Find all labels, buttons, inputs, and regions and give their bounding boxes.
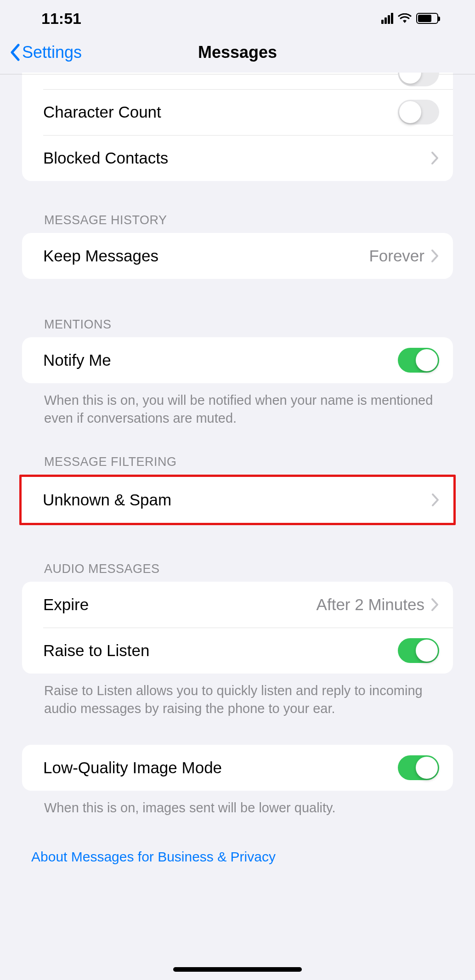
settings-group-history: Keep Messages Forever	[22, 233, 453, 279]
back-button[interactable]: Settings	[9, 43, 82, 62]
row-notify-me[interactable]: Notify Me	[22, 337, 453, 383]
chevron-left-icon	[9, 44, 21, 61]
row-label: Unknown & Spam	[43, 491, 431, 509]
chevron-right-icon	[431, 249, 439, 263]
status-icons	[381, 13, 461, 24]
nav-bar: Settings Messages	[0, 37, 475, 74]
toggle-switch[interactable]	[398, 348, 439, 373]
row-unknown-spam[interactable]: Unknown & Spam	[22, 477, 453, 523]
about-messages-link[interactable]: About Messages for Business & Privacy	[22, 826, 453, 865]
section-footer-mentions: When this is on, you will be notified wh…	[22, 383, 453, 427]
section-footer-raise: Raise to Listen allows you to quickly li…	[22, 674, 453, 718]
row-label: Keep Messages	[43, 247, 369, 265]
row-raise-to-listen[interactable]: Raise to Listen	[22, 628, 453, 674]
home-indicator	[173, 967, 302, 972]
section-header-mentions: MENTIONS	[22, 317, 453, 337]
row-character-count[interactable]: Character Count	[22, 89, 453, 135]
chevron-right-icon	[431, 493, 440, 507]
row-keep-messages[interactable]: Keep Messages Forever	[22, 233, 453, 279]
toggle-switch[interactable]	[398, 73, 439, 86]
section-header-audio: AUDIO MESSAGES	[22, 562, 453, 582]
section-header-history: MESSAGE HISTORY	[22, 213, 453, 233]
row-blocked-contacts[interactable]: Blocked Contacts	[22, 135, 453, 181]
settings-group-top: Character Count Blocked Contacts	[22, 73, 453, 181]
cellular-icon	[381, 13, 393, 24]
toggle-switch[interactable]	[398, 100, 439, 125]
settings-group-lowquality: Low-Quality Image Mode	[22, 745, 453, 791]
toggle-switch[interactable]	[398, 755, 439, 780]
row-label: Low-Quality Image Mode	[43, 759, 398, 777]
chevron-right-icon	[431, 598, 439, 612]
highlight-box: Unknown & Spam	[19, 475, 456, 525]
row-label: Notify Me	[43, 351, 398, 369]
battery-icon	[416, 13, 438, 24]
toggle-switch[interactable]	[398, 638, 439, 663]
row-value: Forever	[369, 247, 424, 265]
row-value: After 2 Minutes	[317, 595, 424, 614]
row-label: Expire	[43, 595, 317, 614]
chevron-right-icon	[431, 151, 439, 165]
section-header-filtering: MESSAGE FILTERING	[22, 455, 453, 475]
wifi-icon	[398, 13, 412, 23]
status-bar: 11:51	[0, 0, 475, 37]
partial-row	[22, 73, 453, 89]
back-label: Settings	[22, 43, 82, 62]
section-footer-lowquality: When this is on, images sent will be low…	[22, 791, 453, 817]
settings-group-audio: Expire After 2 Minutes Raise to Listen	[22, 582, 453, 674]
row-label: Character Count	[43, 103, 398, 121]
status-time: 11:51	[41, 10, 81, 28]
settings-group-mentions: Notify Me	[22, 337, 453, 383]
row-expire[interactable]: Expire After 2 Minutes	[22, 582, 453, 628]
row-label: Raise to Listen	[43, 641, 398, 660]
row-label: Blocked Contacts	[43, 149, 431, 167]
row-low-quality-image[interactable]: Low-Quality Image Mode	[22, 745, 453, 791]
settings-group-filtering: Unknown & Spam	[22, 477, 453, 523]
